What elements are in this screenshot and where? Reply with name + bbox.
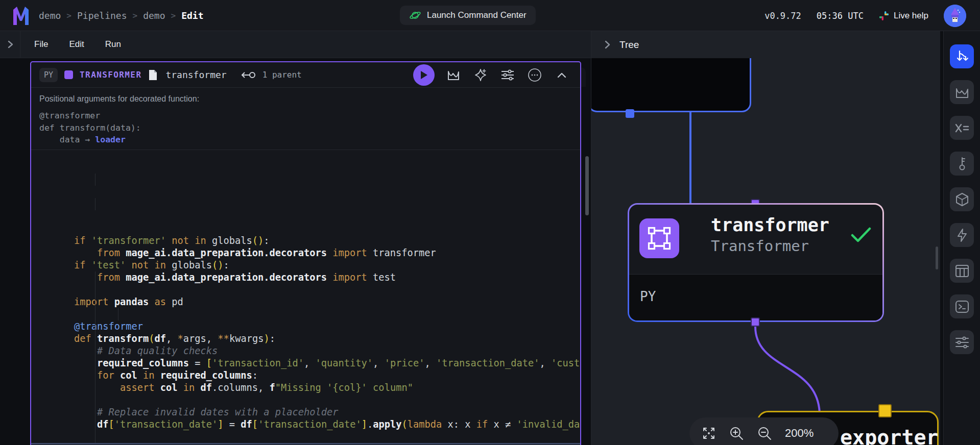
transformer-node[interactable]: transformer Transformer PY: [628, 203, 884, 322]
sidebar-power-button[interactable]: [950, 223, 974, 247]
breadcrumb-separator: >: [171, 11, 176, 20]
utc-clock: 05:36 UTC: [817, 11, 864, 21]
ai-sparkles-button[interactable]: [470, 65, 491, 85]
success-check-icon: [851, 227, 871, 243]
extensions-cube-icon: [955, 192, 969, 207]
code-line[interactable]: from mage_ai.data_preparation.decorators…: [74, 271, 580, 284]
zoom-in-button[interactable]: [729, 426, 744, 441]
block-type-label: TRANSFORMER: [80, 70, 141, 80]
zoom-level-label: 200%: [785, 427, 814, 440]
code-line[interactable]: def transform(df, *args, **kwargs):: [74, 333, 580, 345]
docstring-line: def transform(data):: [39, 122, 572, 134]
sidebar-variables-button[interactable]: [950, 116, 974, 140]
collapse-panel-chevron-button[interactable]: [0, 31, 20, 58]
block-language-badge: PY: [39, 68, 58, 82]
breadcrumb-separator: >: [133, 11, 138, 20]
breadcrumb-item[interactable]: Edit: [181, 10, 203, 21]
top-bar: demo>Pipelines>demo>Edit Launch Command …: [0, 0, 980, 31]
area-chart-icon: [447, 69, 460, 81]
code-line[interactable]: required_columns = ['transaction_id', 'q…: [74, 357, 580, 369]
zoom-out-button[interactable]: [757, 426, 772, 441]
menu-item-edit[interactable]: Edit: [69, 39, 84, 50]
run-block-button[interactable]: [413, 64, 435, 86]
indent-guide: [95, 271, 95, 443]
code-line[interactable]: assert col in df.columns, f"Missing '{co…: [74, 382, 580, 394]
indent-guide: [95, 174, 95, 186]
fit-view-button[interactable]: [702, 426, 716, 440]
code-line[interactable]: import pandas as pd: [74, 296, 580, 308]
app-version: v0.9.72: [764, 11, 801, 21]
code-line[interactable]: if 'test' not in globals():: [74, 259, 580, 271]
transformer-node-subtitle: Transformer: [711, 237, 809, 255]
collapse-block-button[interactable]: [552, 65, 572, 85]
user-avatar[interactable]: [944, 5, 966, 27]
area-chart-icon: [955, 86, 969, 98]
editor-horizontal-scrollbar[interactable]: [31, 443, 580, 444]
zoom-out-icon: [757, 426, 772, 441]
menu-item-file[interactable]: File: [34, 39, 48, 50]
sidebar-charts-button[interactable]: [950, 80, 974, 104]
code-line[interactable]: from mage_ai.data_preparation.decorators…: [74, 247, 580, 259]
code-line[interactable]: @transformer: [74, 320, 580, 333]
transformer-node-title: transformer: [711, 215, 829, 235]
sidebar-terminal-button[interactable]: [950, 294, 974, 318]
sparkles-icon: [474, 68, 487, 82]
breadcrumb-item[interactable]: demo: [39, 10, 61, 21]
play-icon: [420, 70, 428, 80]
launch-command-center-button[interactable]: Launch Command Center: [400, 6, 536, 25]
right-icon-sidebar: [943, 31, 980, 445]
sidebar-settings-button[interactable]: [950, 330, 974, 354]
block-settings-sliders-button[interactable]: [497, 65, 518, 85]
indent-guide: [95, 198, 95, 210]
docstring-heading: Positional arguments for decorated funct…: [39, 94, 572, 104]
parent-link-icon: [241, 71, 256, 79]
tree-collapse-chevron-button[interactable]: [604, 40, 611, 49]
more-ellipsis-icon: [528, 68, 542, 82]
indent-guide: [118, 308, 118, 320]
settings-sliders-icon: [955, 336, 969, 349]
mage-logo-icon[interactable]: [13, 6, 29, 26]
sidebar-tree-flow-button[interactable]: [950, 44, 974, 68]
more-options-button[interactable]: [524, 65, 545, 85]
fit-view-icon: [702, 426, 716, 440]
chart-block-button[interactable]: [443, 65, 464, 85]
block-file-name[interactable]: transformer: [165, 69, 226, 80]
canvas-zoom-toolbar: 200%: [689, 417, 839, 445]
sidebar-extensions-button[interactable]: [950, 187, 974, 211]
terminal-icon: [955, 300, 969, 313]
transformer-code-block: PY TRANSFORMER transformer 1 parent: [30, 61, 581, 445]
loader-output-port[interactable]: [626, 109, 634, 118]
exporter-input-port[interactable]: [878, 404, 892, 417]
code-line[interactable]: [74, 284, 580, 296]
code-line[interactable]: [74, 431, 580, 443]
tree-canvas[interactable]: transformer Transformer PY exporter: [591, 58, 940, 445]
docstring-arg-line: data → loader: [39, 134, 572, 146]
code-line[interactable]: # Replace invalid dates with a placehold…: [74, 406, 580, 418]
editor-vertical-scrollbar[interactable]: [585, 156, 589, 215]
tree-panel-scrollbar[interactable]: [936, 246, 938, 269]
code-line[interactable]: df['transaction_date'] = df['transaction…: [74, 418, 580, 431]
code-line[interactable]: [74, 394, 580, 406]
chevron-up-icon: [557, 72, 566, 78]
menu-items: FileEditRun: [20, 39, 121, 50]
upstream-block-link[interactable]: loader: [95, 135, 126, 144]
sidebar-data-table-button[interactable]: [950, 259, 974, 283]
code-line[interactable]: # Data quality checks: [74, 345, 580, 357]
parents-count-label[interactable]: 1 parent: [262, 70, 302, 80]
transformer-output-port[interactable]: [751, 317, 760, 327]
sidebar-secrets-button[interactable]: [950, 152, 974, 176]
live-help-link[interactable]: Live help: [879, 11, 928, 21]
transformer-type-icon: [639, 218, 679, 258]
menu-item-run[interactable]: Run: [105, 39, 121, 50]
breadcrumb: demo>Pipelines>demo>Edit: [39, 0, 204, 31]
breadcrumb-item[interactable]: demo: [143, 10, 165, 21]
code-editor[interactable]: if 'transformer' not in globals(): from …: [31, 150, 580, 443]
code-line[interactable]: [74, 308, 580, 320]
upstream-loader-node[interactable]: [591, 58, 751, 112]
code-line[interactable]: for col in required_columns:: [74, 369, 580, 382]
code-line[interactable]: if 'transformer' not in globals():: [74, 235, 580, 247]
launch-command-center-label: Launch Command Center: [427, 10, 527, 20]
breadcrumb-item[interactable]: Pipelines: [77, 10, 127, 21]
block-header: PY TRANSFORMER transformer 1 parent: [31, 62, 580, 88]
sliders-icon: [501, 69, 514, 81]
